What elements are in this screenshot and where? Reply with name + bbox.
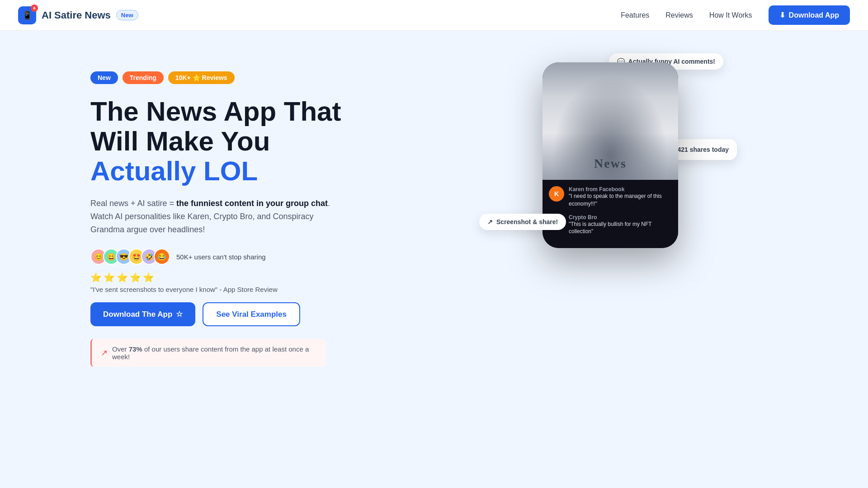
- float-screenshot-icon: ↗: [487, 218, 493, 225]
- comment-name-karen: Karen from Facebook: [569, 186, 672, 192]
- download-nav-label: Download App: [789, 11, 839, 19]
- avatars-group: 😊 😄 😎 🤩 🤣 😂: [90, 249, 170, 265]
- social-proof-text: 50K+ users can't stop sharing: [176, 253, 266, 261]
- phone-comments: K Karen from Facebook "I need to speak t…: [542, 180, 678, 248]
- features-link[interactable]: Features: [621, 11, 649, 19]
- star-5: ⭐: [143, 272, 154, 283]
- comment-body-karen: Karen from Facebook "I need to speak to …: [569, 186, 672, 208]
- review-text: "I've sent screenshots to everyone I kno…: [90, 286, 407, 293]
- share-bar-content: Over 73% of our users share content from…: [112, 345, 316, 361]
- download-app-button[interactable]: Download The App ☆: [90, 302, 195, 326]
- how-it-works-link[interactable]: How It Works: [709, 11, 752, 19]
- tag-reviews: 10K+ ⭐ Reviews: [168, 71, 235, 84]
- download-nav-button[interactable]: ⬇ Download App: [769, 5, 850, 25]
- news-text: News: [594, 156, 627, 171]
- comment-text-crypto: "This is actually bullish for my NFT col…: [569, 221, 672, 236]
- logo-icon: 📱 6: [18, 6, 36, 24]
- star-1: ⭐: [90, 272, 102, 283]
- subtext-plain: Real news + AI satire =: [90, 199, 176, 208]
- new-badge-logo: New: [116, 10, 138, 20]
- share-bar-percentage: 73%: [129, 345, 142, 353]
- phone-container: 💬 Actually funny AI comments! 🔥 3,421 sh…: [533, 62, 687, 248]
- hero-subtext: Real news + AI satire = the funniest con…: [90, 197, 344, 236]
- tag-new: New: [90, 71, 118, 84]
- typewriter-visual: News: [542, 62, 678, 180]
- comment-avatar-karen: K: [549, 186, 564, 202]
- hero-section: New Trending 10K+ ⭐ Reviews The News App…: [0, 31, 868, 419]
- headline: The News App That Will Make You Actually…: [90, 97, 407, 186]
- download-nav-icon: ⬇: [779, 11, 785, 19]
- logo-area: 📱 6 AI Satire News New: [18, 6, 138, 24]
- hero-left: New Trending 10K+ ⭐ Reviews The News App…: [90, 58, 407, 367]
- logo-emoji: 📱: [22, 10, 32, 20]
- navbar-right: Features Reviews How It Works ⬇ Download…: [621, 5, 850, 25]
- comment-text-karen: "I need to speak to the manager of this …: [569, 192, 672, 208]
- stars-row: ⭐ ⭐ ⭐ ⭐ ⭐: [90, 272, 407, 283]
- reviews-link[interactable]: Reviews: [665, 11, 693, 19]
- app-name: AI Satire News: [42, 9, 111, 21]
- float-shares-text: 3,421 shares today: [672, 146, 729, 153]
- tags-row: New Trending 10K+ ⭐ Reviews: [90, 71, 407, 84]
- social-proof: 😊 😄 😎 🤩 🤣 😂 50K+ users can't stop sharin…: [90, 249, 407, 265]
- navbar: 📱 6 AI Satire News New Features Reviews …: [0, 0, 868, 31]
- download-star-icon: ☆: [176, 310, 183, 319]
- comment-item-karen: K Karen from Facebook "I need to speak t…: [549, 186, 672, 208]
- star-4: ⭐: [130, 272, 141, 283]
- tag-trending: Trending: [123, 71, 164, 84]
- float-screenshot-text: Screenshot & share!: [496, 218, 558, 225]
- download-label: Download The App: [103, 310, 172, 319]
- comment-item-crypto: C Crypto Bro "This is actually bullish f…: [549, 214, 672, 236]
- headline-line2: Will Make You: [90, 126, 270, 156]
- comment-body-crypto: Crypto Bro "This is actually bullish for…: [569, 214, 672, 236]
- headline-blue: Actually LOL: [90, 156, 258, 186]
- share-bar-text-prefix: Over: [112, 345, 129, 353]
- headline-line1: The News App That: [90, 96, 341, 127]
- subtext-bold: the funniest content in your group chat: [176, 199, 328, 208]
- hero-right: 💬 Actually funny AI comments! 🔥 3,421 sh…: [407, 58, 796, 248]
- comment-name-crypto: Crypto Bro: [569, 214, 672, 221]
- star-2: ⭐: [104, 272, 115, 283]
- phone-image-top: News: [542, 62, 678, 180]
- notification-badge: 6: [31, 5, 38, 12]
- share-bar-icon: ↗: [101, 348, 108, 358]
- cta-buttons: Download The App ☆ See Viral Examples: [90, 302, 407, 326]
- viral-examples-button[interactable]: See Viral Examples: [203, 302, 300, 326]
- share-info-bar: ↗ Over 73% of our users share content fr…: [90, 339, 326, 367]
- float-screenshot: ↗ Screenshot & share!: [479, 214, 566, 230]
- avatar-6: 😂: [154, 249, 170, 265]
- stars-block: ⭐ ⭐ ⭐ ⭐ ⭐ "I've sent screenshots to ever…: [90, 272, 407, 293]
- star-3: ⭐: [117, 272, 128, 283]
